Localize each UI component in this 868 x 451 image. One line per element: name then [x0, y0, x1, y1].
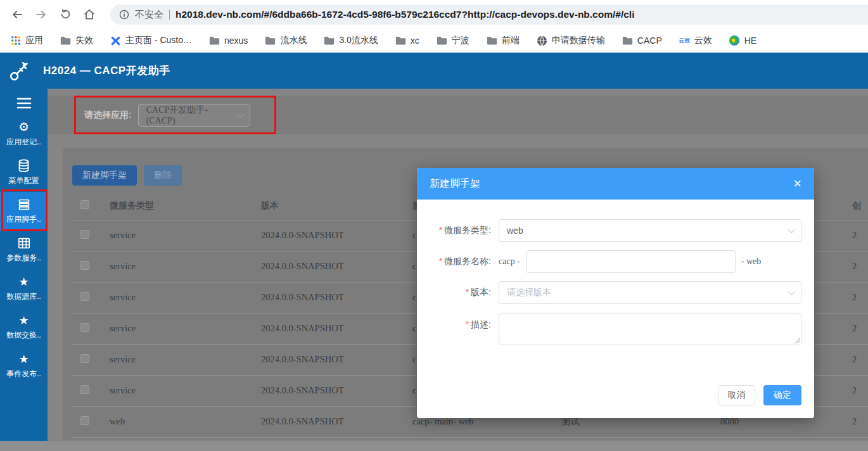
cell-version: 2024.0.0-SNAPSHOT — [261, 313, 412, 344]
x-logo-icon — [110, 35, 121, 46]
row-checkbox[interactable] — [80, 416, 89, 425]
version-select[interactable]: 请选择版本 — [499, 281, 801, 304]
dialog-body: *微服务类型: web *微服务名称: cacp - - web *版本: 请选… — [417, 200, 814, 345]
url-text: h2018.dev-nb.com/#/6ddba66b-1672-4cd5-98… — [176, 9, 634, 20]
sidebar: ⚙ 应用登记.. 菜单配置 应用脚手.. 参数服务.. ★ 数据源库.. — [0, 89, 48, 441]
app-select-bar: 请选择应用: CACP开发助手-(CACP) — [48, 96, 868, 134]
field-label-desc: *描述: — [417, 314, 499, 331]
sidebar-item-event-publish[interactable]: ★ 事件发布.. — [0, 346, 48, 385]
app-logo-icon — [5, 56, 34, 86]
app-select-dropdown[interactable]: CACP开发助手-(CACP) — [138, 104, 250, 127]
cell-created: 2 — [852, 313, 868, 344]
cell-type: service — [110, 375, 261, 406]
column-header-version: 版本 — [261, 192, 412, 220]
new-scaffold-dialog: 新建脚手架 × *微服务类型: web *微服务名称: cacp - - web… — [417, 168, 814, 418]
cell-version: 2024.0.0-SNAPSHOT — [261, 406, 412, 437]
sidebar-item-data-exchange[interactable]: ★ 数据交换.. — [0, 308, 48, 346]
row-checkbox[interactable] — [80, 323, 89, 332]
dialog-footer: 取消 确定 — [718, 385, 801, 405]
folder-icon — [437, 35, 447, 46]
folder-icon — [265, 35, 276, 46]
star-icon: ★ — [18, 353, 29, 365]
forward-icon[interactable] — [29, 4, 53, 25]
cell-type: service — [110, 251, 261, 282]
chevron-down-icon — [236, 111, 243, 118]
chevron-down-icon — [788, 288, 795, 295]
type-select[interactable]: web — [499, 219, 801, 242]
app-header: H2024 — CACP开发助手 — [0, 53, 868, 89]
url-separator — [169, 10, 170, 20]
create-scaffold-button[interactable]: 新建脚手架 — [72, 165, 137, 186]
reload-icon[interactable] — [53, 4, 77, 25]
bookmark-data-transfer[interactable]: 申请数据传输 — [537, 35, 605, 46]
field-label-version: *版本: — [417, 287, 499, 298]
field-label-name: *微服务名称: — [417, 256, 499, 267]
bookmark-cacp[interactable]: CACP — [622, 35, 662, 46]
close-icon[interactable]: × — [793, 177, 801, 191]
folder-icon — [622, 35, 633, 46]
cell-type: service — [110, 344, 261, 375]
url-bar[interactable]: 不安全 h2018.dev-nb.com/#/6ddba66b-1672-4cd… — [110, 4, 868, 25]
cell-version: 2024.0.0-SNAPSHOT — [261, 282, 412, 313]
row-checkbox[interactable] — [80, 385, 89, 394]
star-icon: ★ — [18, 314, 29, 327]
bookmark-shixiao[interactable]: 失效 — [60, 35, 93, 46]
confirm-button[interactable]: 确定 — [763, 385, 801, 405]
name-prefix: cacp - — [499, 257, 520, 267]
resize-handle-icon[interactable] — [795, 338, 800, 343]
sidebar-item-app-registry[interactable]: ⚙ 应用登记.. — [0, 115, 48, 153]
cell-created: 2 — [852, 282, 868, 313]
row-checkbox[interactable] — [80, 230, 89, 239]
hamburger-menu-icon[interactable] — [0, 92, 48, 115]
cell-created: 2 — [852, 406, 868, 437]
bookmark-yunxiao[interactable]: 云效 云效 — [679, 35, 712, 46]
row-checkbox[interactable] — [80, 292, 89, 301]
security-label: 不安全 — [135, 9, 163, 21]
home-icon[interactable] — [77, 4, 101, 25]
bookmark-frontend[interactable]: 前端 — [487, 35, 520, 46]
cell-type: service — [110, 220, 261, 251]
sidebar-item-menu-config[interactable]: 菜单配置 — [0, 153, 48, 192]
sidebar-item-data-source[interactable]: ★ 数据源库.. — [0, 269, 48, 308]
bookmark-apps[interactable]: 应用 — [10, 35, 43, 46]
sidebar-item-param-service[interactable]: 参数服务.. — [0, 231, 48, 269]
select-all-checkbox[interactable] — [80, 200, 89, 209]
database-icon — [17, 160, 30, 172]
cell-version: 2024.0.0-SNAPSHOT — [261, 344, 412, 375]
bookmark-pipeline[interactable]: 流水线 — [265, 35, 307, 46]
folder-icon — [395, 35, 406, 46]
field-label-type: *微服务类型: — [417, 225, 499, 236]
column-header-type: 微服务类型 — [110, 192, 261, 220]
globe-icon — [537, 35, 547, 46]
bookmark-homepage[interactable]: 主页面 - Custo… — [110, 35, 192, 46]
name-input[interactable] — [526, 250, 736, 273]
info-icon[interactable] — [119, 10, 129, 20]
bookmarks-bar: 应用 失效 主页面 - Custo… nexus — [0, 29, 868, 53]
page-title: H2024 — CACP开发助手 — [43, 63, 170, 78]
bookmark-pipeline30[interactable]: 3.0流水线 — [324, 35, 378, 46]
cell-created: 2 — [852, 344, 868, 375]
cell-type: service — [110, 282, 261, 313]
cell-version: 2024.0.0-SNAPSHOT — [261, 251, 412, 282]
bookmark-nexus[interactable]: nexus — [209, 35, 248, 46]
name-suffix: - web — [741, 257, 762, 267]
sphere-icon — [729, 35, 740, 46]
folder-icon — [209, 35, 220, 46]
dialog-title: 新建脚手架 — [430, 177, 480, 191]
row-checkbox[interactable] — [80, 261, 89, 270]
delete-button[interactable]: 删除 — [144, 165, 182, 186]
dialog-header: 新建脚手架 × — [417, 168, 814, 200]
bookmark-he[interactable]: HE — [729, 35, 756, 46]
cell-type: service — [110, 313, 261, 344]
folder-icon — [487, 35, 497, 46]
description-textarea[interactable] — [499, 314, 801, 345]
gear-icon: ⚙ — [18, 121, 29, 134]
back-icon[interactable] — [5, 4, 29, 25]
cell-version: 2024.0.0-SNAPSHOT — [261, 375, 412, 406]
row-checkbox[interactable] — [80, 354, 89, 363]
browser-chrome: 不安全 h2018.dev-nb.com/#/6ddba66b-1672-4cd… — [0, 0, 868, 53]
sidebar-item-app-scaffold[interactable]: 应用脚手.. — [0, 192, 48, 231]
bookmark-xc[interactable]: xc — [395, 35, 419, 46]
cancel-button[interactable]: 取消 — [718, 385, 755, 405]
bookmark-ningbo[interactable]: 宁波 — [437, 35, 469, 46]
